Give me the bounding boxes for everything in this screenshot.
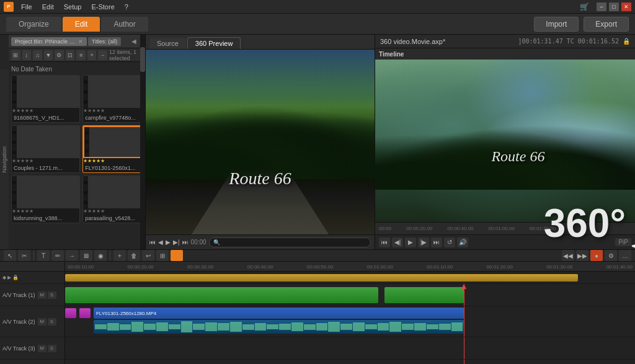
volume-icon[interactable]: 🔊 [457,237,468,247]
tl-tool-arrow[interactable]: → [66,250,78,261]
gold-bar-top[interactable] [65,274,578,282]
sort-icon[interactable]: ↕ [22,50,32,60]
clip-blue-1[interactable]: FLY01301-2560x1280.MP4 [94,308,464,319]
rewind-icon[interactable]: ⏮ [149,239,156,246]
track-3-mute-solo: M S [38,345,56,352]
menu-estore[interactable]: E-Store [89,2,117,12]
tab-author[interactable]: Author [101,17,148,32]
media-item-couples[interactable]: ★★★★★ Couples - 1271.m... [11,125,80,173]
clip-magenta-2[interactable] [79,308,91,318]
prev-frame-icon[interactable]: ◀ [158,239,163,246]
track-2-solo[interactable]: S [48,318,56,326]
nav-actions: Import Export [534,17,629,32]
titles-tab[interactable]: Titles: (all) [88,37,121,46]
tl-render[interactable]: ● [590,250,603,261]
tl-tool-razor[interactable]: ✂ [18,250,30,261]
center-search[interactable]: 🔍 [209,237,371,247]
loop-icon[interactable]: ↺ [444,237,455,247]
tl-tool-text[interactable]: T [37,250,50,261]
panel-arrow-left[interactable]: ◀ [128,37,140,47]
import-button[interactable]: Import [534,17,579,32]
track-3-label: A/V Track (3) [2,345,35,352]
tl-tool-add[interactable]: + [113,250,126,261]
menu-setup[interactable]: Setup [61,2,84,12]
project-bin-close[interactable]: ✕ [78,38,83,45]
playback-prev[interactable]: ◀| [392,237,403,247]
track-labels: ◆ ▶ 🔒 A/V Track (1) M S A/V Track (2) M … [0,262,65,364]
playhead-track1[interactable] [464,284,464,306]
playhead-track4[interactable] [464,360,464,364]
tab-organize[interactable]: Organize [6,17,61,32]
project-bin-tab[interactable]: Project Bin: PINnacle Stu... ✕ [11,37,87,46]
tab-source[interactable]: Source [149,38,186,49]
track-1-mute[interactable]: M [38,291,47,299]
maximize-button[interactable]: □ [609,2,619,11]
tl-sep-1 [33,251,34,260]
navigation-side-tab[interactable]: Navigation [0,69,9,249]
tl-zoom-out[interactable]: ◀◀ [562,250,574,261]
tl-tool-undo[interactable]: ↩ [142,250,154,261]
tl-zoom-in[interactable]: ▶▶ [576,250,588,261]
menu-file[interactable]: File [19,2,35,12]
playback-next[interactable]: |▶ [418,237,429,247]
marker-1: 00:00:20.00 [406,226,432,231]
tl-tool-split[interactable]: ⊠ [80,250,92,261]
tl-tool-group[interactable]: ⊞ [156,250,169,261]
ruler-mark-2: 00:00:30.00 [187,264,213,270]
pip-button[interactable]: PiP [615,238,631,246]
tab-edit[interactable]: Edit [63,17,100,32]
minimize-button[interactable]: − [597,2,606,11]
thumb-campfire-img [83,76,145,108]
play-icon[interactable]: ▶ [166,239,171,246]
tl-more[interactable]: … [619,250,631,261]
list-icon[interactable]: ≡ [76,50,86,60]
title-bar-left: P File Edit Setup E-Store ? [4,2,131,12]
menu-help[interactable]: ? [122,2,131,12]
zoom-out-icon[interactable]: − [98,50,107,60]
track-2-mute[interactable]: M [38,318,47,326]
playhead-track2[interactable] [464,306,464,337]
export-button[interactable]: Export [584,17,629,32]
music-icon[interactable]: ♫ [33,50,42,60]
menu-edit[interactable]: Edit [40,2,56,12]
playhead-track3[interactable] [464,337,464,359]
zoom-in-icon[interactable]: + [87,50,97,60]
clip-magenta-1[interactable] [65,308,76,318]
scroll-thumb[interactable] [140,47,145,72]
media-item-fly[interactable]: ✓ ★★★★★ FLY01301-2560x1... [82,125,145,173]
media-item-campfire[interactable]: ★★★★★ campfire_v97748o... [82,75,145,123]
playback-rew[interactable]: ⏮ [379,237,390,247]
tl-tool-color[interactable] [171,250,183,261]
media-item-sunset[interactable]: ★★★★★ 91608675_V_HD1... [11,75,80,123]
track-3-solo[interactable]: S [48,345,56,352]
titles-label: Titles: (all) [92,38,117,45]
right-preview-bg: Route 66 [375,60,635,222]
media-item-kids[interactable]: ★★★★★ kidsrunning_v388... [11,175,80,223]
next-frame-icon[interactable]: ▶| [173,239,180,246]
clip-green-1b[interactable] [384,287,464,303]
grid-icon[interactable]: ⊡ [66,50,75,60]
film-holes-2 [83,76,88,108]
ruler-mark-5: 00:01:00.00 [367,264,393,270]
media-item-para[interactable]: ★★★★★ parasailing_v5428... [82,175,145,223]
playback-play[interactable]: ▶ [405,237,416,247]
filter-icon[interactable]: ▼ [44,50,53,60]
tl-tool-delete[interactable]: 🗑 [128,250,140,261]
track-1-solo[interactable]: S [48,291,56,299]
tl-tool-pen[interactable]: ✏ [51,250,64,261]
tl-tool-select[interactable]: ↖ [4,250,16,261]
settings-icon[interactable]: ⚙ [55,50,64,60]
tl-tool-fx[interactable]: ◉ [94,250,107,261]
close-button[interactable]: ✕ [621,2,631,11]
playback-fwd[interactable]: ⏭ [431,237,442,247]
media-label-couples: Couples - 1271.m... [12,164,79,172]
tl-settings[interactable]: ⚙ [605,250,617,261]
timecode-tc: TC 00:01:16.52 [567,38,619,45]
view-icon[interactable]: ⊞ [11,50,20,60]
clip-green-1a[interactable] [65,287,378,303]
fast-forward-icon[interactable]: ⏭ [182,239,189,246]
tab-360-preview[interactable]: 360 Preview [187,37,241,49]
track-3-mute[interactable]: M [38,345,47,352]
scroll-track[interactable] [140,35,145,249]
clip-waveform[interactable] [94,320,464,334]
